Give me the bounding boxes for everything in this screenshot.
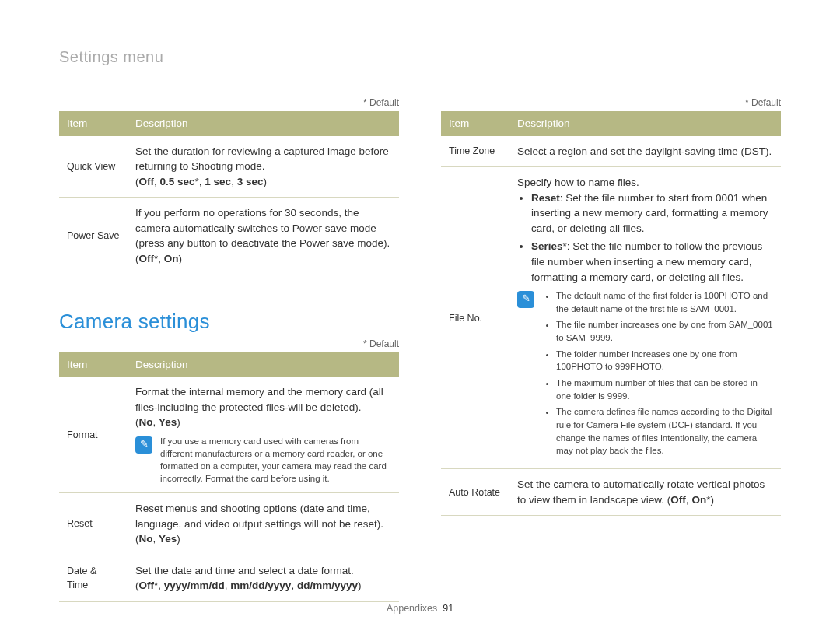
item-label: Auto Rotate — [441, 469, 509, 516]
breadcrumb: Settings menu — [59, 48, 781, 66]
table-header-row: Item Description — [441, 111, 781, 136]
desc-text: Specify how to name files. — [517, 177, 639, 188]
item-desc: Set the camera to automatically rotate v… — [509, 469, 781, 516]
note-text: If you use a memory card used with camer… — [160, 435, 391, 485]
options-text: (Off, 0.5 sec*, 1 sec, 3 sec) — [135, 176, 267, 187]
default-label-right: * Default — [441, 97, 781, 108]
options-text: (No, Yes) — [135, 533, 180, 545]
page-footer: Appendixes 91 — [0, 603, 840, 614]
section-heading: Camera settings — [59, 310, 399, 334]
list-item: The file number increases one by one fro… — [556, 318, 773, 344]
left-column: * Default Item Description Quick View Se… — [59, 97, 399, 602]
table-row: Format Format the internal memory and th… — [59, 377, 399, 493]
note-bullet-list: The default name of the first folder is … — [542, 289, 773, 461]
table-row: File No. Specify how to name files. Rese… — [441, 167, 781, 469]
bullet-list: Reset: Set the file number to start from… — [517, 191, 773, 285]
table-header-row: Item Description — [59, 352, 399, 377]
list-item: The camera defines file names according … — [556, 405, 773, 457]
table-row: Reset Reset menus and shooting options (… — [59, 493, 399, 555]
table-right: Item Description Time Zone Select a regi… — [441, 111, 781, 516]
list-item: Series*: Set the file number to follow t… — [531, 239, 773, 285]
item-desc: Format the internal memory and the memor… — [128, 377, 399, 493]
item-label: Quick View — [59, 136, 128, 198]
item-label: Date & Time — [59, 555, 128, 601]
item-label: File No. — [441, 167, 509, 469]
list-item: The maximum number of files that can be … — [556, 377, 773, 402]
default-label-left-bottom: * Default — [59, 338, 399, 349]
item-desc: If you perform no operations for 30 seco… — [128, 198, 399, 275]
item-label: Format — [59, 377, 128, 493]
th-description: Description — [128, 111, 399, 136]
desc-text: Set the date and time and select a date … — [135, 565, 354, 576]
item-desc: Specify how to name files. Reset: Set th… — [509, 167, 781, 469]
table-row: Date & Time Set the date and time and se… — [59, 555, 399, 601]
item-label: Reset — [59, 493, 128, 555]
desc-text: If you perform no operations for 30 seco… — [135, 207, 390, 264]
desc-text: Set the camera to automatically rotate v… — [517, 478, 765, 506]
th-item: Item — [59, 111, 128, 136]
th-description: Description — [509, 111, 781, 136]
th-description: Description — [128, 352, 399, 377]
table-row: Auto Rotate Set the camera to automatica… — [441, 469, 781, 516]
item-desc: Set the date and time and select a date … — [128, 555, 399, 601]
th-item: Item — [59, 352, 128, 377]
item-label: Time Zone — [441, 136, 509, 167]
item-desc: Set the duration for reviewing a capture… — [128, 136, 399, 198]
options-text: (No, Yes) — [135, 416, 180, 428]
list-item: The folder number increases one by one f… — [556, 348, 773, 373]
right-column: * Default Item Description Time Zone Sel… — [441, 97, 781, 602]
desc-text: Set the duration for reviewing a capture… — [135, 145, 389, 173]
th-item: Item — [441, 111, 509, 136]
table-row: Power Save If you perform no operations … — [59, 198, 399, 275]
list-item: Reset: Set the file number to start from… — [531, 191, 773, 236]
table-header-row: Item Description — [59, 111, 399, 136]
note-icon — [517, 291, 534, 308]
table-left-bottom: Item Description Format Format the inter… — [59, 352, 399, 602]
default-label-left-top: * Default — [59, 97, 399, 108]
item-desc: Select a region and set the daylight-sav… — [509, 136, 781, 167]
table-row: Quick View Set the duration for reviewin… — [59, 136, 399, 198]
options-text: (Off*, yyyy/mm/dd, mm/dd/yyyy, dd/mm/yyy… — [135, 580, 361, 591]
table-left-top: Item Description Quick View Set the dura… — [59, 111, 399, 275]
item-desc: Reset menus and shooting options (date a… — [128, 493, 399, 555]
desc-text: Select a region and set the daylight-sav… — [517, 145, 772, 157]
note-icon — [135, 436, 152, 454]
item-label: Power Save — [59, 198, 128, 275]
list-item: The default name of the first folder is … — [556, 289, 773, 315]
footer-section: Appendixes — [387, 603, 437, 614]
page-number: 91 — [443, 603, 453, 614]
desc-text: Reset menus and shooting options (date a… — [135, 503, 383, 530]
desc-text: Format the internal memory and the memor… — [135, 386, 383, 413]
table-row: Time Zone Select a region and set the da… — [441, 136, 781, 167]
